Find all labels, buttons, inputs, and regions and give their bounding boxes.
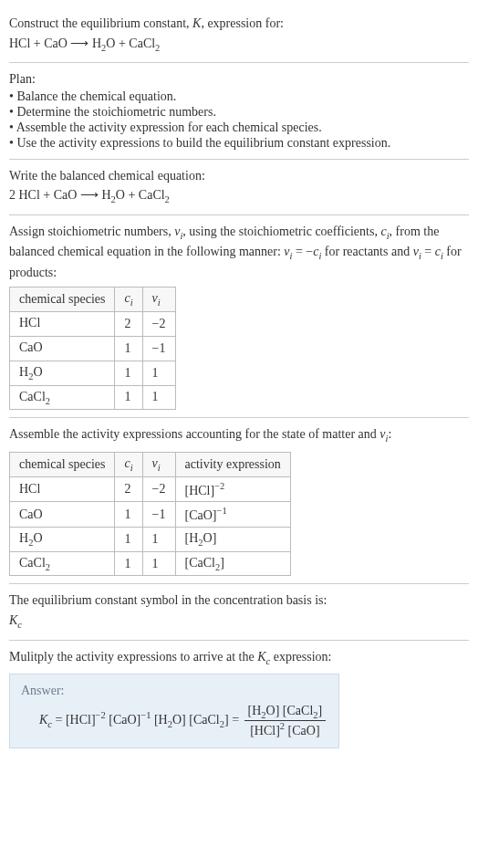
multiply-text: Mulitply the activity expressions to arr…: [9, 648, 469, 668]
table-row: CaCl2 1 1 [CaCl2]: [10, 551, 291, 576]
cell-species: H2O: [10, 361, 115, 385]
plan-item: • Assemble the activity expression for e…: [9, 120, 469, 135]
ans-hcl-sup: −2: [96, 710, 106, 720]
col-nui: νi: [142, 288, 175, 312]
ans-eq: =: [52, 713, 66, 727]
cell-ci: 1: [115, 385, 142, 410]
kc-k: K: [9, 613, 17, 627]
cell-nui: −2: [142, 476, 175, 502]
beq-cao: CaO: [54, 188, 78, 202]
beq-h2o-b: O: [116, 188, 125, 202]
cell-nui: −2: [142, 312, 175, 337]
col-species: chemical species: [10, 288, 115, 312]
cell-species: H2O: [10, 527, 115, 551]
section-plan: Plan: • Balance the chemical equation. •…: [9, 63, 469, 160]
section-activity: Assemble the activity expressions accoun…: [9, 418, 469, 584]
cell-species: HCl: [10, 476, 115, 502]
balanced-equation: 2 HCl + CaO ⟶ H2O + CaCl2: [9, 186, 469, 206]
beq-plus: +: [40, 188, 54, 202]
eq-cacl-sub: 2: [155, 42, 160, 52]
beq-plus2: +: [125, 188, 139, 202]
cell-activity: [HCl]−2: [175, 476, 290, 502]
table-row: H2O 1 1 [H2O]: [10, 527, 291, 551]
cell-nui: −1: [142, 336, 175, 361]
num-c: ]: [318, 704, 323, 717]
cell-ci: 1: [115, 527, 142, 551]
eq-cao: CaO: [44, 37, 68, 50]
table-row: CaO 1 −1: [10, 336, 176, 361]
balanced-title: Write the balanced chemical equation:: [9, 167, 469, 185]
cell-species: CaCl2: [10, 551, 115, 576]
cell-nui: 1: [142, 385, 175, 410]
cell-species: CaO: [10, 502, 115, 528]
beq-hcl: HCl: [19, 188, 40, 202]
ans-cao: [CaO]: [109, 713, 140, 727]
sym-i8: i: [158, 298, 161, 308]
sp: H: [19, 531, 28, 545]
beq-h2o-a: H: [101, 188, 110, 202]
plan-item: • Determine the stoichiometric numbers.: [9, 105, 469, 120]
plan-list: • Balance the chemical equation. • Deter…: [9, 89, 469, 151]
table-header-row: chemical species ci νi: [10, 288, 176, 312]
eq-hcl: HCl: [9, 37, 30, 50]
cell-activity: [H2O]: [175, 527, 290, 551]
plan-title: Plan:: [9, 70, 469, 89]
sp: HCl: [19, 316, 40, 329]
ans-cao-sup: −1: [140, 710, 151, 720]
assign-t5: for reactants and: [321, 245, 412, 258]
symbol-kc: Kc: [9, 612, 469, 632]
mult-t1: Mulitply the activity expressions to arr…: [9, 650, 257, 664]
assign-t4: = −: [292, 245, 313, 258]
ans-eq2: =: [229, 713, 243, 727]
section-prompt: Construct the equilibrium constant, K, e…: [9, 7, 469, 63]
col-nui: νi: [142, 452, 175, 476]
cell-activity: [CaCl2]: [175, 551, 290, 576]
cell-ci: 2: [115, 312, 142, 337]
sp-b: O: [33, 531, 42, 545]
mult-t2: expression:: [270, 650, 331, 664]
ans-h2o-b: O]: [172, 713, 186, 727]
table-row: HCl 2 −2: [10, 312, 176, 337]
col-species: chemical species: [10, 452, 115, 476]
eq-plus: +: [30, 37, 44, 50]
prompt-part1: Construct the equilibrium constant,: [9, 16, 192, 30]
stoich-table: chemical species ci νi HCl 2 −2 CaO 1 −1…: [9, 287, 176, 410]
symbol-title: The equilibrium constant symbol in the c…: [9, 591, 469, 610]
section-symbol: The equilibrium constant symbol in the c…: [9, 584, 469, 640]
sp: CaCl: [19, 556, 46, 570]
section-assign: Assign stoichiometric numbers, νi, using…: [9, 215, 469, 419]
assemble-t1: Assemble the activity expressions accoun…: [9, 427, 379, 441]
cell-nui: 1: [142, 551, 175, 576]
assign-text: Assign stoichiometric numbers, νi, using…: [9, 223, 469, 282]
ax: [CaO]: [185, 508, 217, 522]
sp-sub: 2: [46, 561, 50, 571]
eq-plus2: +: [115, 37, 129, 50]
section-answer: Mulitply the activity expressions to arr…: [9, 641, 469, 756]
den-b: [CaO]: [285, 724, 320, 737]
section-balanced: Write the balanced chemical equation: 2 …: [9, 160, 469, 215]
answer-label: Answer:: [21, 684, 327, 698]
frac-denominator: [HCl]2 [CaO]: [244, 720, 327, 738]
ans-hcl: [HCl]: [66, 713, 96, 727]
unbalanced-equation: HCl + CaO ⟶ H2O + CaCl2: [9, 35, 469, 55]
sym-i10: i: [130, 463, 133, 473]
cell-nui: 1: [142, 527, 175, 551]
eq-cacl-a: CaCl: [129, 37, 155, 50]
table-row: CaCl2 1 1: [10, 385, 176, 410]
ax-b: O]: [203, 531, 217, 545]
table-row: H2O 1 1: [10, 361, 176, 385]
assign-t2: , using the stoichiometric coefficients,: [182, 225, 380, 238]
kc-sub: c: [17, 620, 22, 630]
table-header-row: chemical species ci νi activity expressi…: [10, 452, 291, 476]
eq-h2o-b: O: [106, 37, 115, 50]
sp: H: [19, 365, 28, 379]
num-a: [H: [248, 704, 262, 717]
eq-h2o-a: H: [92, 37, 101, 50]
assemble-text: Assemble the activity expressions accoun…: [9, 425, 469, 445]
ax: [H: [185, 531, 199, 545]
assemble-t2: :: [388, 427, 391, 441]
cell-activity: [CaO]−1: [175, 502, 290, 528]
sp: HCl: [19, 482, 40, 496]
sym-i11: i: [158, 463, 161, 473]
beq-cacl-sub: 2: [165, 194, 170, 204]
